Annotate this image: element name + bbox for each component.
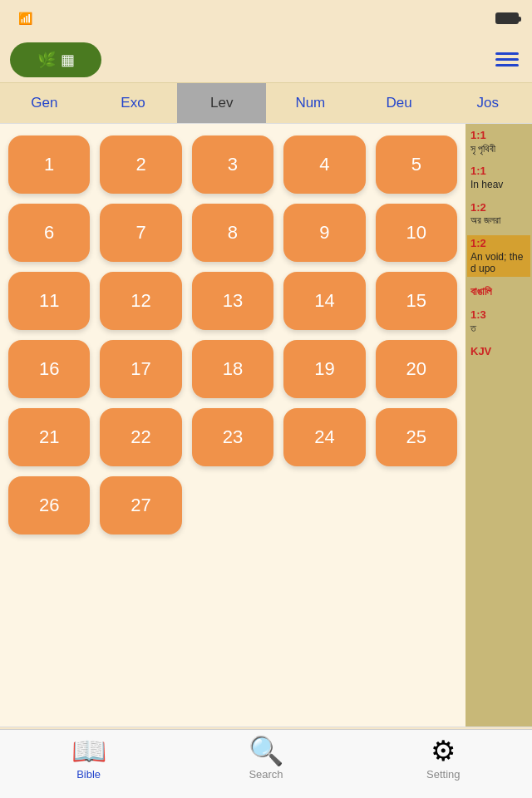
tab-bible[interactable]: 📖Bible (39, 736, 139, 781)
side-ref-4: বাঙালি (470, 285, 492, 298)
side-ref-3: 1:2 (470, 237, 486, 249)
status-bar: 📶 (0, 0, 532, 37)
side-entry-6: KJV (467, 343, 530, 361)
tab-bar: 📖Bible🔍Search⚙Setting (0, 729, 532, 798)
side-entry-5: 1:3ত (467, 307, 530, 336)
app-logo[interactable]: 🌿 ▦ (10, 42, 101, 77)
book-tab-deu[interactable]: Deu (355, 83, 444, 123)
tab-icon-bible: 📖 (71, 736, 106, 765)
menu-line-2 (495, 58, 519, 61)
tab-label-search: Search (249, 768, 283, 781)
chapter-button-15[interactable]: 15 (376, 272, 457, 330)
side-entry-2: 1:2অর জলরা (467, 200, 530, 229)
status-left: 📶 (13, 12, 32, 25)
side-entry-1: 1:1In heav (467, 163, 530, 192)
side-text-3: An void; the d upo (470, 251, 527, 275)
chapter-button-1[interactable]: 1 (8, 135, 90, 194)
tab-label-bible: Bible (76, 768, 101, 781)
side-text-1: In heav (470, 179, 527, 190)
chapter-button-27[interactable]: 27 (100, 476, 181, 534)
chapter-button-12[interactable]: 12 (100, 272, 181, 330)
tab-setting[interactable]: ⚙Setting (393, 736, 493, 781)
side-ref-6: KJV (470, 345, 491, 357)
chapter-button-2[interactable]: 2 (100, 135, 181, 194)
side-entry-4: বাঙালি (467, 283, 530, 301)
menu-button[interactable] (492, 49, 522, 70)
wifi-icon: 📶 (18, 12, 32, 25)
tab-icon-setting: ⚙ (431, 736, 456, 765)
book-tab-exo[interactable]: Exo (89, 83, 178, 123)
chapter-button-14[interactable]: 14 (283, 272, 365, 330)
chapter-button-19[interactable]: 19 (283, 340, 365, 398)
chapter-button-25[interactable]: 25 (376, 408, 457, 466)
chapter-button-17[interactable]: 17 (100, 340, 181, 398)
chapter-button-13[interactable]: 13 (192, 272, 273, 330)
chapter-button-9[interactable]: 9 (283, 204, 365, 262)
side-ref-2: 1:2 (470, 201, 486, 214)
side-panel: 1:1সৃ পৃথিবী1:1In heav1:2অর জলরা1:2An vo… (466, 124, 532, 727)
app-header: 🌿 ▦ (0, 37, 532, 83)
tab-icon-search: 🔍 (249, 736, 283, 765)
logo-grid-icon: ▦ (61, 51, 75, 69)
side-text-2: অর জলরা (470, 214, 527, 226)
logo-tree-icon: 🌿 (37, 51, 56, 69)
battery-icon (495, 12, 519, 24)
tab-label-setting: Setting (426, 768, 460, 781)
menu-line-3 (495, 64, 519, 66)
side-ref-1: 1:1 (470, 165, 486, 177)
chapter-button-6[interactable]: 6 (8, 204, 90, 262)
book-tab-gen[interactable]: Gen (0, 83, 89, 123)
side-entry-0: 1:1সৃ পৃথিবী (467, 127, 530, 156)
chapter-button-10[interactable]: 10 (376, 204, 457, 262)
chapter-button-23[interactable]: 23 (192, 408, 273, 466)
chapter-button-3[interactable]: 3 (192, 135, 273, 194)
side-ref-0: 1:1 (470, 129, 486, 141)
status-right (495, 12, 519, 24)
main-content: 1234567891011121314151617181920212223242… (0, 124, 532, 727)
chapter-button-24[interactable]: 24 (283, 408, 365, 466)
chapter-grid: 1234567891011121314151617181920212223242… (8, 135, 457, 534)
chapter-grid-area: 1234567891011121314151617181920212223242… (0, 124, 466, 727)
book-tabs-row: GenExoLevNumDeuJos (0, 83, 532, 124)
book-tab-num[interactable]: Num (266, 83, 355, 123)
book-tab-jos[interactable]: Jos (443, 83, 532, 123)
chapter-button-21[interactable]: 21 (8, 408, 90, 466)
chapter-button-8[interactable]: 8 (192, 204, 273, 262)
side-text-5: ত (470, 323, 527, 334)
side-entry-3: 1:2An void; the d upo (467, 235, 530, 277)
chapter-button-18[interactable]: 18 (192, 340, 273, 398)
book-tab-lev[interactable]: Lev (177, 83, 266, 123)
chapter-button-11[interactable]: 11 (8, 272, 90, 330)
chapter-button-16[interactable]: 16 (8, 340, 90, 398)
side-text-0: সৃ পৃথিবী (470, 143, 527, 155)
chapter-button-22[interactable]: 22 (100, 408, 181, 466)
side-ref-5: 1:3 (470, 308, 486, 321)
chapter-button-7[interactable]: 7 (100, 204, 181, 262)
chapter-button-5[interactable]: 5 (376, 135, 457, 194)
tab-search[interactable]: 🔍Search (216, 736, 316, 781)
chapter-button-20[interactable]: 20 (376, 340, 457, 398)
chapter-button-26[interactable]: 26 (8, 476, 90, 534)
menu-line-1 (495, 52, 519, 55)
chapter-button-4[interactable]: 4 (283, 135, 365, 194)
